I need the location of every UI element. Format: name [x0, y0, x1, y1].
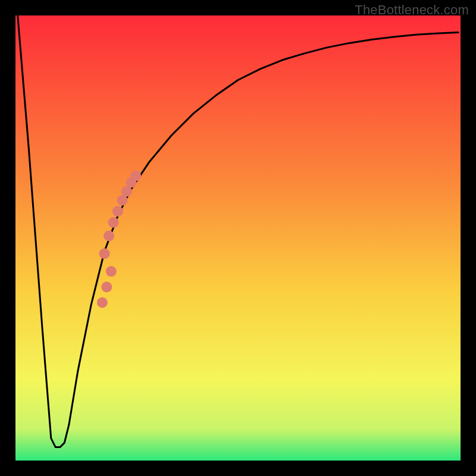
marker-highlight-markers	[112, 206, 123, 217]
marker-highlight-markers	[104, 230, 114, 241]
marker-highlight-markers	[101, 281, 112, 292]
marker-highlight-markers	[130, 170, 141, 181]
marker-highlight-markers	[108, 217, 119, 228]
bottleneck-chart	[0, 0, 476, 476]
marker-highlight-markers	[99, 248, 110, 259]
marker-highlight-markers	[106, 266, 117, 277]
chart-stage: TheBottleneck.com	[0, 0, 476, 476]
svg-rect-1	[15, 15, 461, 461]
watermark-text: TheBottleneck.com	[355, 2, 469, 18]
marker-highlight-markers	[97, 298, 108, 308]
